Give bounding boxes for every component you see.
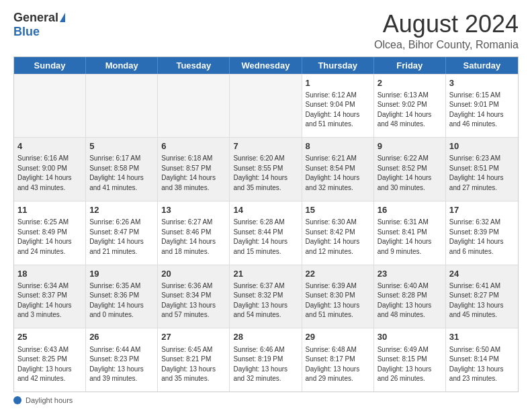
calendar-cell: 18Sunrise: 6:34 AMSunset: 8:37 PMDayligh… (14, 265, 86, 328)
calendar-header-day: Tuesday (158, 57, 230, 74)
calendar-header-day: Thursday (302, 57, 374, 74)
page: General Blue August 2024 Olcea, Bihor Co… (0, 0, 532, 411)
day-number: 19 (89, 268, 154, 280)
cell-info: Sunrise: 6:23 AMSunset: 8:51 PMDaylight:… (449, 154, 515, 193)
calendar-cell: 9Sunrise: 6:22 AMSunset: 8:52 PMDaylight… (374, 138, 446, 201)
cell-info: Sunrise: 6:16 AMSunset: 9:00 PMDaylight:… (17, 154, 82, 193)
calendar-cell: 5Sunrise: 6:17 AMSunset: 8:58 PMDaylight… (86, 138, 158, 201)
calendar-cell: 10Sunrise: 6:23 AMSunset: 8:51 PMDayligh… (446, 138, 518, 201)
calendar-cell: 11Sunrise: 6:25 AMSunset: 8:49 PMDayligh… (14, 201, 86, 265)
daylight-icon (13, 396, 21, 404)
cell-info: Sunrise: 6:44 AMSunset: 8:23 PMDaylight:… (89, 345, 154, 384)
calendar-cell: 31Sunrise: 6:50 AMSunset: 8:14 PMDayligh… (446, 328, 518, 392)
day-number: 10 (449, 140, 515, 152)
day-number: 28 (233, 331, 298, 343)
cell-info: Sunrise: 6:45 AMSunset: 8:21 PMDaylight:… (161, 345, 226, 384)
calendar-cell: 19Sunrise: 6:35 AMSunset: 8:36 PMDayligh… (86, 265, 158, 328)
calendar-week-row: 4Sunrise: 6:16 AMSunset: 9:00 PMDaylight… (14, 137, 518, 201)
day-number: 14 (233, 204, 298, 216)
footer: Daylight hours (13, 396, 519, 404)
calendar-cell: 29Sunrise: 6:48 AMSunset: 8:17 PMDayligh… (302, 328, 374, 392)
calendar-cell: 7Sunrise: 6:20 AMSunset: 8:55 PMDaylight… (230, 138, 302, 201)
calendar-week-row: 18Sunrise: 6:34 AMSunset: 8:37 PMDayligh… (14, 265, 518, 328)
day-number: 22 (306, 268, 370, 280)
cell-info: Sunrise: 6:17 AMSunset: 8:58 PMDaylight:… (89, 154, 154, 193)
calendar-cell: 14Sunrise: 6:28 AMSunset: 8:44 PMDayligh… (230, 201, 302, 265)
day-number: 30 (378, 331, 442, 343)
calendar-cell: 28Sunrise: 6:46 AMSunset: 8:19 PMDayligh… (230, 328, 302, 392)
calendar-cell (14, 75, 86, 138)
logo: General Blue (13, 11, 65, 39)
calendar-header: SundayMondayTuesdayWednesdayThursdayFrid… (14, 57, 518, 74)
cell-info: Sunrise: 6:35 AMSunset: 8:36 PMDaylight:… (89, 281, 154, 320)
calendar-cell: 23Sunrise: 6:40 AMSunset: 8:28 PMDayligh… (374, 265, 446, 328)
calendar-cell: 1Sunrise: 6:12 AMSunset: 9:04 PMDaylight… (302, 75, 374, 138)
cell-info: Sunrise: 6:41 AMSunset: 8:27 PMDaylight:… (449, 281, 515, 320)
calendar-cell: 21Sunrise: 6:37 AMSunset: 8:32 PMDayligh… (230, 265, 302, 328)
calendar: SundayMondayTuesdayWednesdayThursdayFrid… (13, 56, 519, 392)
day-number: 3 (449, 77, 515, 89)
calendar-cell: 22Sunrise: 6:39 AMSunset: 8:30 PMDayligh… (302, 265, 374, 328)
day-number: 4 (17, 140, 82, 152)
day-number: 5 (89, 140, 154, 152)
calendar-cell: 20Sunrise: 6:36 AMSunset: 8:34 PMDayligh… (158, 265, 230, 328)
day-number: 31 (449, 331, 515, 343)
cell-info: Sunrise: 6:28 AMSunset: 8:44 PMDaylight:… (233, 218, 298, 257)
calendar-cell: 16Sunrise: 6:31 AMSunset: 8:41 PMDayligh… (374, 201, 446, 265)
daylight-label: Daylight hours (26, 396, 73, 404)
logo-triangle-icon (60, 13, 65, 22)
cell-info: Sunrise: 6:27 AMSunset: 8:46 PMDaylight:… (161, 218, 226, 257)
calendar-cell: 8Sunrise: 6:21 AMSunset: 8:54 PMDaylight… (302, 138, 374, 201)
cell-info: Sunrise: 6:18 AMSunset: 8:57 PMDaylight:… (161, 154, 226, 193)
calendar-cell: 12Sunrise: 6:26 AMSunset: 8:47 PMDayligh… (86, 201, 158, 265)
calendar-cell: 24Sunrise: 6:41 AMSunset: 8:27 PMDayligh… (446, 265, 518, 328)
calendar-body: 1Sunrise: 6:12 AMSunset: 9:04 PMDaylight… (14, 74, 518, 392)
cell-info: Sunrise: 6:25 AMSunset: 8:49 PMDaylight:… (17, 218, 82, 257)
day-number: 1 (306, 77, 370, 89)
cell-info: Sunrise: 6:50 AMSunset: 8:14 PMDaylight:… (449, 345, 515, 384)
day-number: 29 (306, 331, 370, 343)
main-title: August 2024 (374, 11, 519, 38)
cell-info: Sunrise: 6:40 AMSunset: 8:28 PMDaylight:… (378, 281, 442, 320)
calendar-cell: 27Sunrise: 6:45 AMSunset: 8:21 PMDayligh… (158, 328, 230, 392)
cell-info: Sunrise: 6:43 AMSunset: 8:25 PMDaylight:… (17, 345, 82, 384)
day-number: 8 (306, 140, 370, 152)
calendar-cell: 13Sunrise: 6:27 AMSunset: 8:46 PMDayligh… (158, 201, 230, 265)
cell-info: Sunrise: 6:31 AMSunset: 8:41 PMDaylight:… (378, 218, 442, 257)
day-number: 21 (233, 268, 298, 280)
calendar-cell: 4Sunrise: 6:16 AMSunset: 9:00 PMDaylight… (14, 138, 86, 201)
cell-info: Sunrise: 6:49 AMSunset: 8:15 PMDaylight:… (378, 345, 442, 384)
cell-info: Sunrise: 6:15 AMSunset: 9:01 PMDaylight:… (449, 91, 515, 130)
calendar-header-day: Monday (86, 57, 158, 74)
calendar-cell: 25Sunrise: 6:43 AMSunset: 8:25 PMDayligh… (14, 328, 86, 392)
cell-info: Sunrise: 6:20 AMSunset: 8:55 PMDaylight:… (233, 154, 298, 193)
cell-info: Sunrise: 6:12 AMSunset: 9:04 PMDaylight:… (306, 91, 370, 130)
day-number: 9 (378, 140, 442, 152)
calendar-cell (230, 75, 302, 138)
cell-info: Sunrise: 6:26 AMSunset: 8:47 PMDaylight:… (89, 218, 154, 257)
calendar-cell: 3Sunrise: 6:15 AMSunset: 9:01 PMDaylight… (446, 75, 518, 138)
day-number: 26 (89, 331, 154, 343)
calendar-header-day: Friday (374, 57, 446, 74)
calendar-week-row: 25Sunrise: 6:43 AMSunset: 8:25 PMDayligh… (14, 328, 518, 392)
calendar-header-day: Sunday (14, 57, 86, 74)
title-section: August 2024 Olcea, Bihor County, Romania (374, 11, 519, 51)
logo-general-text: General (13, 11, 58, 25)
calendar-header-day: Wednesday (230, 57, 302, 74)
logo-blue-text: Blue (13, 25, 40, 39)
cell-info: Sunrise: 6:21 AMSunset: 8:54 PMDaylight:… (306, 154, 370, 193)
calendar-cell: 6Sunrise: 6:18 AMSunset: 8:57 PMDaylight… (158, 138, 230, 201)
header: General Blue August 2024 Olcea, Bihor Co… (13, 11, 519, 51)
day-number: 13 (161, 204, 226, 216)
cell-info: Sunrise: 6:36 AMSunset: 8:34 PMDaylight:… (161, 281, 226, 320)
day-number: 12 (89, 204, 154, 216)
cell-info: Sunrise: 6:37 AMSunset: 8:32 PMDaylight:… (233, 281, 298, 320)
cell-info: Sunrise: 6:22 AMSunset: 8:52 PMDaylight:… (378, 154, 442, 193)
day-number: 2 (378, 77, 442, 89)
day-number: 24 (449, 268, 515, 280)
calendar-week-row: 11Sunrise: 6:25 AMSunset: 8:49 PMDayligh… (14, 201, 518, 265)
subtitle: Olcea, Bihor County, Romania (374, 39, 519, 51)
cell-info: Sunrise: 6:34 AMSunset: 8:37 PMDaylight:… (17, 281, 82, 320)
calendar-cell: 17Sunrise: 6:32 AMSunset: 8:39 PMDayligh… (446, 201, 518, 265)
calendar-cell (158, 75, 230, 138)
